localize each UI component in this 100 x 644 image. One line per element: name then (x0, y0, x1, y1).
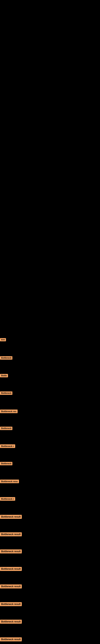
bottleneck-badge-16: Bottleneck result (0, 602, 22, 606)
bottleneck-item-8: Bottleneck (0, 462, 12, 465)
bottleneck-badge-11: Bottleneck result (0, 515, 22, 519)
bottleneck-badge-14: Bottleneck result (0, 567, 22, 571)
bottleneck-item-2: Bottleneck (0, 356, 12, 360)
bottleneck-badge-6: Bottleneck (0, 427, 12, 430)
bottleneck-item-12: Bottleneck result (0, 532, 22, 536)
bottleneck-badge-17: Bottleneck result (0, 620, 22, 624)
bottleneck-item-13: Bottleneck result (0, 550, 22, 554)
bottleneck-badge-4: Bottleneck (0, 392, 12, 395)
bottleneck-badge-12: Bottleneck result (0, 532, 22, 536)
bottleneck-badge-7: Bottleneck r (0, 444, 15, 448)
bottleneck-badge-18: Bottleneck result (0, 637, 22, 642)
bottleneck-item-9: Bottleneck resu (0, 480, 19, 483)
bottleneck-badge-3: Bottle (0, 374, 8, 377)
chart-area (0, 0, 100, 463)
bottleneck-item-15: Bottleneck result (0, 584, 22, 588)
bottleneck-item-4: Bottleneck (0, 392, 12, 395)
bottleneck-item-16: Bottleneck result (0, 602, 22, 606)
bottleneck-item-14: Bottleneck result (0, 567, 22, 571)
bottleneck-item-18: Bottleneck result (0, 637, 22, 642)
bottleneck-badge-13: Bottleneck result (0, 550, 22, 554)
bottleneck-item-10: Bottleneck r (0, 497, 15, 501)
bottleneck-item-11: Bottleneck result (0, 515, 22, 519)
bottleneck-badge-5: Bottleneck res (0, 410, 18, 413)
bottleneck-badge-15: Bottleneck result (0, 584, 22, 588)
bottleneck-item-5: Bottleneck res (0, 410, 18, 413)
bottleneck-item-17: Bottleneck result (0, 620, 22, 624)
bottleneck-item-3: Bottle (0, 374, 8, 377)
bottleneck-badge-1: Bott (0, 338, 6, 341)
bottleneck-item-6: Bottleneck (0, 427, 12, 430)
bottleneck-badge-10: Bottleneck r (0, 497, 15, 501)
bottleneck-item-7: Bottleneck r (0, 444, 15, 448)
bottleneck-badge-9: Bottleneck resu (0, 480, 19, 483)
bottleneck-badge-8: Bottleneck (0, 462, 12, 465)
bottleneck-badge-2: Bottleneck (0, 356, 12, 360)
bottleneck-item-1: Bott (0, 338, 6, 341)
